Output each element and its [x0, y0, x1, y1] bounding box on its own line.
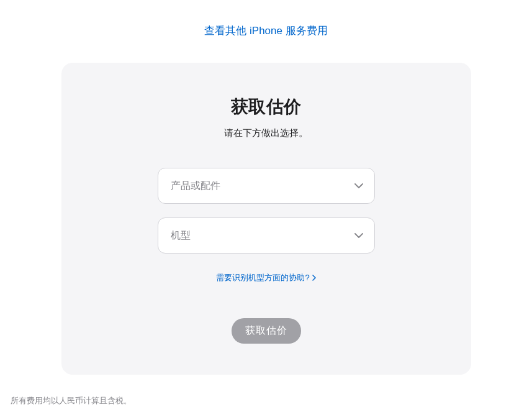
estimate-card: 获取估价 请在下方做出选择。 产品或配件 机型 需要识别机型方面的协助? 获取估…	[61, 63, 471, 375]
footnote-section: 所有费用均以人民币计算且含税。 截至 2023 年 2 月底, 保外电池服务的费…	[6, 393, 527, 412]
model-select[interactable]: 机型	[158, 217, 375, 254]
identify-model-link[interactable]: 需要识别机型方面的协助?	[216, 272, 315, 283]
product-select[interactable]: 产品或配件	[158, 168, 375, 204]
other-fees-link[interactable]: 查看其他 iPhone 服务费用	[204, 25, 327, 37]
product-select-placeholder: 产品或配件	[171, 180, 362, 193]
chevron-right-icon	[312, 275, 316, 281]
chevron-down-icon	[354, 233, 363, 238]
get-estimate-button[interactable]: 获取估价	[232, 318, 301, 344]
card-subtitle: 请在下方做出选择。	[99, 127, 434, 139]
chevron-down-icon	[354, 183, 363, 188]
footnote-tax: 所有费用均以人民币计算且含税。	[11, 393, 522, 408]
card-title: 获取估价	[99, 95, 434, 119]
model-select-placeholder: 机型	[171, 229, 362, 242]
identify-model-label: 需要识别机型方面的协助?	[216, 272, 309, 283]
